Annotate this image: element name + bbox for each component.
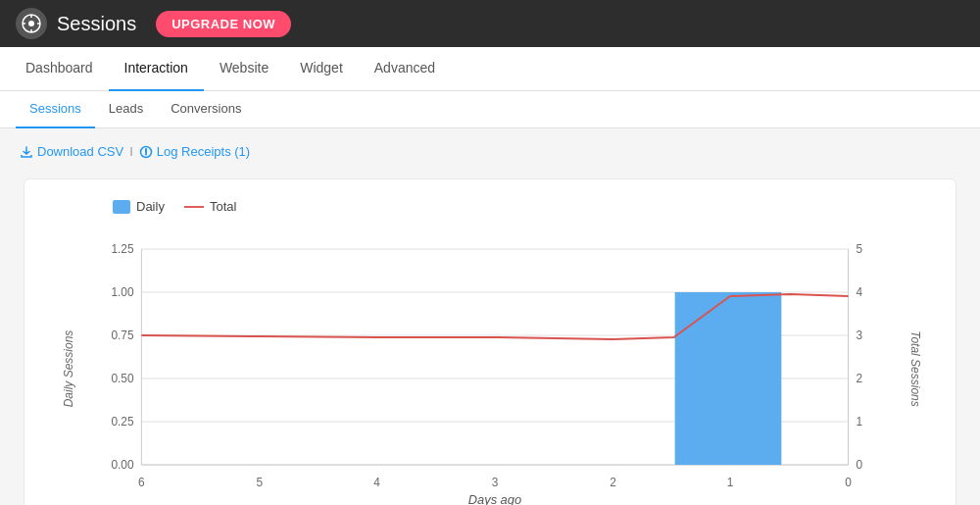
svg-text:0: 0 (845, 476, 852, 489)
app-header: Sessions UPGRADE NOW (0, 0, 980, 47)
svg-text:1: 1 (856, 415, 862, 429)
legend-daily-label: Daily (136, 199, 165, 214)
app-logo: Sessions (16, 8, 136, 39)
app-title: Sessions (57, 13, 136, 35)
svg-text:2: 2 (610, 476, 616, 489)
svg-text:2: 2 (856, 372, 862, 385)
nav-tab-interaction[interactable]: Interaction (109, 47, 204, 91)
receipt-icon (139, 145, 153, 159)
log-receipts-label: Log Receipts (1) (157, 144, 250, 159)
action-separator: I (129, 144, 133, 159)
nav-tab-advanced[interactable]: Advanced (359, 47, 451, 91)
sessions-chart-svg: 0.00 0.25 0.50 0.75 1.00 1.25 0 1 2 3 4 … (93, 229, 887, 504)
svg-text:0.75: 0.75 (111, 328, 133, 342)
svg-text:0.00: 0.00 (111, 458, 133, 472)
svg-text:0.25: 0.25 (111, 415, 133, 429)
nav-tab-website[interactable]: Website (204, 47, 284, 91)
download-csv-label: Download CSV (37, 144, 123, 159)
svg-point-1 (28, 21, 34, 26)
main-content: Download CSV I Log Receipts (1) Daily To… (0, 128, 980, 505)
svg-text:4: 4 (856, 285, 862, 299)
svg-text:4: 4 (373, 476, 380, 489)
action-links-bar: Download CSV I Log Receipts (1) (20, 144, 960, 159)
y-axis-left-label: Daily Sessions (62, 330, 75, 408)
nav-tab-dashboard[interactable]: Dashboard (10, 47, 109, 91)
primary-nav: Dashboard Interaction Website Widget Adv… (0, 47, 980, 91)
svg-text:5: 5 (257, 476, 264, 489)
svg-text:5: 5 (856, 242, 862, 256)
svg-text:0.50: 0.50 (111, 372, 133, 385)
sessions-chart-container: Daily Total Daily Sessions Total Session… (24, 178, 956, 505)
daily-bar (675, 292, 782, 465)
sub-tab-sessions[interactable]: Sessions (16, 91, 95, 128)
legend-line-icon (184, 206, 204, 208)
nav-tab-widget[interactable]: Widget (284, 47, 359, 91)
sub-tab-leads[interactable]: Leads (95, 91, 157, 128)
sub-nav: Sessions Leads Conversions (0, 91, 980, 128)
chart-area: Daily Sessions Total Sessions 0.00 0.25 … (54, 229, 926, 505)
logo-icon (16, 8, 47, 39)
sub-tab-conversions[interactable]: Conversions (157, 91, 255, 128)
upgrade-button[interactable]: UPGRADE NOW (156, 11, 291, 37)
svg-text:3: 3 (856, 328, 862, 342)
legend-total-label: Total (210, 199, 236, 214)
svg-text:Days ago: Days ago (468, 492, 521, 505)
y-axis-right-label: Total Sessions (908, 330, 922, 407)
log-receipts-link[interactable]: Log Receipts (1) (139, 144, 250, 159)
svg-text:1.00: 1.00 (111, 285, 133, 299)
svg-text:3: 3 (492, 476, 499, 489)
download-icon (20, 145, 33, 159)
legend-daily: Daily (113, 199, 165, 214)
svg-text:0: 0 (856, 458, 862, 472)
svg-text:1.25: 1.25 (111, 242, 133, 256)
svg-text:6: 6 (138, 476, 145, 489)
legend-total: Total (184, 199, 236, 214)
legend-bar-icon (113, 200, 130, 214)
svg-text:1: 1 (727, 476, 734, 489)
chart-legend: Daily Total (54, 199, 926, 214)
download-csv-link[interactable]: Download CSV (20, 144, 123, 159)
